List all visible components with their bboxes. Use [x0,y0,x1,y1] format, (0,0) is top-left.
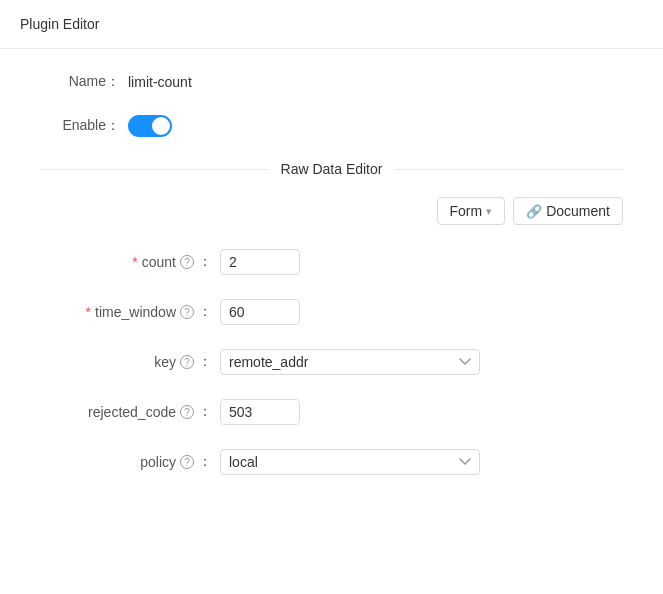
name-field-row: Name： limit-count [40,73,623,91]
field-input-rejected_code[interactable] [220,399,300,425]
required-star: * [86,304,91,320]
help-icon-count[interactable]: ? [180,255,194,269]
field-select-policy[interactable]: localredisredis-cluster [220,449,480,475]
field-label-text-count: count [142,254,176,270]
editor-toolbar: Form ▾ 🔗 Document [40,197,623,225]
link-icon: 🔗 [526,204,542,219]
form-button[interactable]: Form ▾ [437,197,506,225]
help-icon-time_window[interactable]: ? [180,305,194,319]
field-label-text-policy: policy [140,454,176,470]
document-button[interactable]: 🔗 Document [513,197,623,225]
form-chevron-icon: ▾ [486,205,492,218]
field-colon-rejected_code: ： [198,403,212,421]
page-title: Plugin Editor [20,16,99,32]
help-icon-key[interactable]: ? [180,355,194,369]
enable-toggle[interactable] [128,115,172,137]
field-colon-count: ： [198,253,212,271]
enable-field-row: Enable： [40,115,623,137]
field-row-rejected_code: rejected_code?： [40,399,623,425]
help-icon-policy[interactable]: ? [180,455,194,469]
raw-data-editor-title: Raw Data Editor [281,161,383,177]
field-input-time_window[interactable] [220,299,300,325]
enable-label: Enable： [40,117,120,135]
field-label-key: key?： [40,353,220,371]
help-icon-rejected_code[interactable]: ? [180,405,194,419]
field-colon-time_window: ： [198,303,212,321]
name-value: limit-count [128,74,192,90]
form-fields-container: *count?：*time_window?：key?：remote_addrse… [40,249,623,475]
field-row-time_window: *time_window?： [40,299,623,325]
page-header: Plugin Editor [0,0,663,49]
section-line-left [40,169,269,170]
name-label: Name： [40,73,120,91]
form-button-label: Form [450,203,483,219]
field-colon-key: ： [198,353,212,371]
raw-data-editor-section: Raw Data Editor [40,161,623,177]
field-label-text-key: key [154,354,176,370]
field-input-count[interactable] [220,249,300,275]
enable-toggle-container [128,115,172,137]
section-line-right [394,169,623,170]
field-label-text-time_window: time_window [95,304,176,320]
field-label-policy: policy?： [40,453,220,471]
field-label-time_window: *time_window?： [40,303,220,321]
field-select-key[interactable]: remote_addrserver_addrhttp_x_real_iphttp… [220,349,480,375]
field-row-policy: policy?：localredisredis-cluster [40,449,623,475]
document-button-label: Document [546,203,610,219]
field-label-text-rejected_code: rejected_code [88,404,176,420]
field-label-rejected_code: rejected_code?： [40,403,220,421]
field-row-key: key?：remote_addrserver_addrhttp_x_real_i… [40,349,623,375]
field-colon-policy: ： [198,453,212,471]
field-row-count: *count?： [40,249,623,275]
required-star: * [132,254,137,270]
field-label-count: *count?： [40,253,220,271]
content-area: Name： limit-count Enable： Raw Data Edito… [0,49,663,523]
